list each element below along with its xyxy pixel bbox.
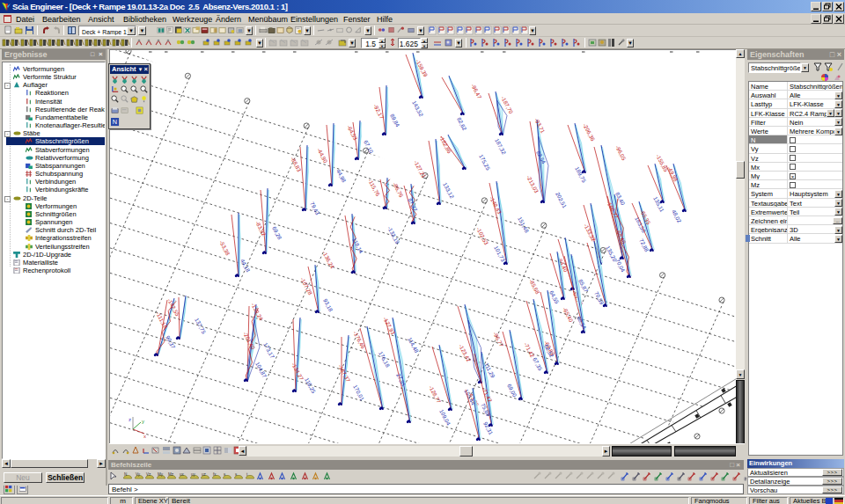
svg-text:My: My xyxy=(158,472,164,477)
svg-text:z: z xyxy=(129,417,131,422)
svg-text:Mz: Mz xyxy=(168,472,174,477)
svg-text:uy: uy xyxy=(191,472,196,477)
svg-text:y: y xyxy=(142,419,144,424)
svg-text:N: N xyxy=(113,118,117,126)
svg-text:ux: ux xyxy=(180,472,185,477)
svg-text:uz: uz xyxy=(202,472,207,477)
svg-text:N: N xyxy=(124,472,127,477)
svg-text:x: x xyxy=(143,434,146,439)
svg-text:Vy: Vy xyxy=(136,472,141,477)
svg-text:Vz: Vz xyxy=(146,472,151,477)
